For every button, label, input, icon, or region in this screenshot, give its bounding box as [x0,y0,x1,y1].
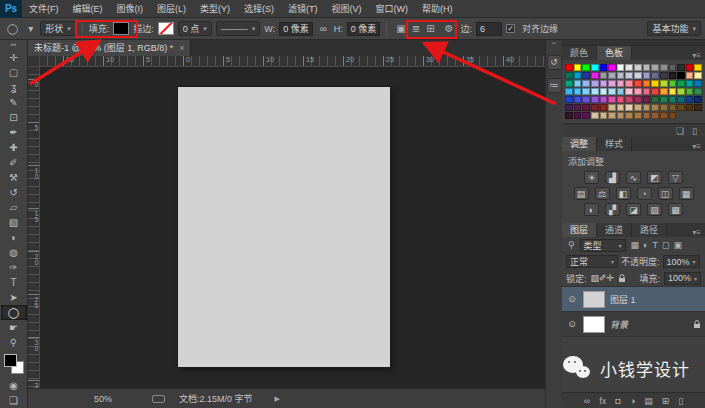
add-mask-button[interactable]: ◘ [615,396,620,406]
color-swatch[interactable] [591,64,599,71]
quick-selection-tool[interactable]: ✎ [1,95,27,110]
color-swatch[interactable] [686,88,694,95]
brush-tool[interactable]: ✐ [1,155,27,170]
color-swatch[interactable] [694,96,702,103]
healing-brush-tool[interactable]: ✚ [1,140,27,155]
color-swatch[interactable] [574,96,582,103]
color-swatch[interactable] [582,88,590,95]
stroke-color-swatch[interactable] [158,22,174,35]
color-swatch[interactable] [651,80,659,87]
quick-mask-button[interactable]: ◉ [1,378,27,393]
workspace-switcher[interactable]: 基本功能 ▾ [647,21,701,36]
brightness-contrast-icon[interactable]: ☀ [584,171,599,184]
color-swatch[interactable] [600,88,608,95]
color-swatch[interactable] [608,72,616,79]
color-swatch[interactable] [565,96,573,103]
color-swatch[interactable] [686,80,694,87]
color-swatch[interactable] [634,64,642,71]
color-swatch[interactable] [634,72,642,79]
color-swatch[interactable] [660,64,668,71]
color-swatch[interactable] [669,112,677,119]
foreground-color-swatch[interactable] [4,354,17,367]
zoom-level-field[interactable]: 50% [94,394,112,404]
selective-color-icon[interactable]: ▩ [668,203,683,216]
opacity-select[interactable]: 100% ▾ [663,255,700,268]
tool-preset-dropdown-icon[interactable]: ▾ [25,23,36,34]
eye-icon[interactable]: ⊙ [566,319,578,329]
color-swatch[interactable] [686,72,694,79]
color-balance-icon[interactable]: ⚖ [595,187,610,200]
color-swatch[interactable] [677,80,685,87]
marquee-tool[interactable]: ▢ [1,65,27,80]
color-swatch[interactable] [643,104,651,111]
color-swatch[interactable] [625,72,633,79]
color-swatch[interactable] [660,96,668,103]
color-swatch[interactable] [660,104,668,111]
color-swatch[interactable] [669,80,677,87]
layers-tab-图层[interactable]: 图层 [562,223,597,237]
close-icon[interactable]: × [179,40,184,56]
new-swatch-button[interactable]: ❏ [676,126,684,136]
color-swatch[interactable] [582,104,590,111]
layer-row[interactable]: ⊙背景 [562,312,705,337]
color-swatch[interactable] [582,64,590,71]
lock-transparent-icon[interactable]: ▨ [591,273,600,283]
path-arrangement-button[interactable]: ⊞ [423,23,437,34]
color-swatch[interactable] [651,104,659,111]
color-swatch[interactable] [565,72,573,79]
lock-paint-icon[interactable]: ✐ [599,273,607,283]
layer-thumbnail[interactable] [583,291,605,308]
layers-tab-通道[interactable]: 通道 [597,223,632,237]
width-input[interactable]: 0 像素 [279,22,313,36]
stroke-type-select[interactable]: ——— ▾ [216,21,261,36]
color-swatch[interactable] [634,104,642,111]
color-swatch[interactable] [591,72,599,79]
color-swatch[interactable] [694,72,702,79]
eraser-tool[interactable]: ▱ [1,200,27,215]
color-swatch[interactable] [582,96,590,103]
color-swatch[interactable] [686,96,694,103]
color-swatch[interactable] [677,96,685,103]
stroke-width-select[interactable]: 0 点 ▾ [178,21,212,36]
zoom-tool[interactable]: ⚲ [1,335,27,350]
type-tool[interactable]: T [1,275,27,290]
link-layers-button[interactable]: ∞ [584,396,590,406]
eyedropper-tool[interactable]: ✒ [1,125,27,140]
color-swatch[interactable] [565,88,573,95]
fill-select[interactable]: 100% ▾ [664,272,701,285]
lock-move-icon[interactable]: ✛ [607,273,615,283]
color-swatch[interactable] [600,96,608,103]
color-swatch[interactable] [660,80,668,87]
filter-pixel-layers-icon[interactable]: ▦ [629,240,642,250]
levels-icon[interactable]: ▟ [605,171,620,184]
swatches-tab-颜色[interactable]: 颜色 [562,46,597,60]
panel-menu-icon[interactable]: ▾≡ [692,228,705,237]
color-swatch[interactable] [565,112,573,119]
color-swatch[interactable] [617,104,625,111]
menu-item-选择[interactable]: 选择(S) [237,4,281,14]
color-swatch[interactable] [686,104,694,111]
blend-mode-select[interactable]: 正常 ▾ [566,255,618,268]
color-swatch[interactable] [643,64,651,71]
dodge-tool[interactable]: ◍ [1,245,27,260]
toolbar-grip[interactable]: ▪▪ [11,40,17,50]
color-swatch[interactable] [591,104,599,111]
shape-tool[interactable]: ◯ [1,305,27,320]
vibrance-icon[interactable]: ▽ [668,171,683,184]
exposure-icon[interactable]: ◩ [647,171,662,184]
delete-layer-button[interactable]: ▯ [678,396,683,406]
menu-item-视图[interactable]: 视图(V) [325,4,369,14]
menu-item-编辑[interactable]: 编辑(E) [66,4,110,14]
color-swatch[interactable] [625,112,633,119]
new-adjustment-button[interactable]: ◑ [630,396,635,406]
color-swatch[interactable] [600,112,608,119]
edges-input[interactable]: 6 [476,22,502,36]
lasso-tool[interactable]: ʓ [1,80,27,95]
new-group-button[interactable]: ▤ [644,396,653,406]
color-swatch[interactable] [574,64,582,71]
filter-smart-objects-icon[interactable]: ▣ [672,240,685,250]
color-swatch[interactable] [625,104,633,111]
color-swatch[interactable] [617,64,625,71]
color-swatch[interactable] [669,64,677,71]
color-swatch[interactable] [617,112,625,119]
